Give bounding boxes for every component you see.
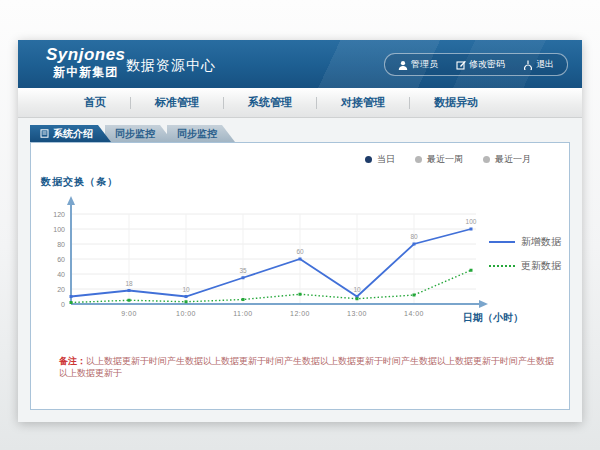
footnote-text: 以上数据更新于时间产生数据以上数据更新于时间产生数据以上数据更新于时间产生数据以… <box>59 356 554 378</box>
power-icon <box>523 60 533 70</box>
user-icon <box>398 60 408 70</box>
svg-text:100: 100 <box>53 226 65 233</box>
radio-icon <box>483 156 490 163</box>
legend-item-new-data[interactable]: 新增数据 <box>489 235 561 249</box>
svg-text:18: 18 <box>125 280 133 287</box>
admin-user-label: 管理员 <box>411 58 438 71</box>
filter-last-week[interactable]: 最近一周 <box>415 153 463 166</box>
footnote: 备注：以上数据更新于时间产生数据以上数据更新于时间产生数据以上数据更新于时间产生… <box>59 355 559 379</box>
tab-label: 同步监控 <box>115 125 155 142</box>
svg-text:12:00: 12:00 <box>290 310 310 317</box>
svg-text:35: 35 <box>239 267 247 274</box>
svg-text:60: 60 <box>57 256 65 263</box>
legend-label: 新增数据 <box>521 235 561 249</box>
x-axis-title: 日期（小时） <box>463 311 523 325</box>
nav-item-home[interactable]: 首页 <box>60 95 130 110</box>
company-logo: Synjones 新中新集团 <box>46 45 126 79</box>
svg-text:13:00: 13:00 <box>347 310 367 317</box>
nav-item-data-change[interactable]: 数据异动 <box>410 95 502 110</box>
footnote-label: 备注： <box>59 356 86 366</box>
app-window: Synjones 新中新集团 数据资源中心 管理员 修改密码 退出 首页 标准管… <box>18 40 582 422</box>
svg-text:14:00: 14:00 <box>404 310 424 317</box>
chart-canvas: 0204060801001209:0010:0011:0012:0013:001… <box>36 189 506 329</box>
change-password-button[interactable]: 修改密码 <box>447 56 514 73</box>
radio-icon <box>415 156 422 163</box>
filter-today-label: 当日 <box>377 153 395 166</box>
logo-text-en: Synjones <box>46 45 126 65</box>
tab-sync-monitor-1[interactable]: 同步监控 <box>105 125 173 142</box>
chart-panel: 当日 最近一周 最近一月 数据交换（条） 0204060801001209:00… <box>30 142 570 410</box>
legend-label: 更新数据 <box>521 259 561 273</box>
tab-label: 同步监控 <box>177 125 217 142</box>
dotted-line-icon <box>489 265 515 267</box>
time-range-filter: 当日 最近一周 最近一月 <box>365 153 531 166</box>
tab-label: 系统介绍 <box>53 125 93 142</box>
svg-text:20: 20 <box>57 286 65 293</box>
document-icon <box>40 129 49 138</box>
logout-label: 退出 <box>536 58 554 71</box>
logout-button[interactable]: 退出 <box>514 56 563 73</box>
svg-text:11:00: 11:00 <box>233 310 253 317</box>
svg-text:60: 60 <box>296 248 304 255</box>
header-actions: 管理员 修改密码 退出 <box>384 53 568 76</box>
svg-text:10: 10 <box>182 286 190 293</box>
legend-item-updated-data[interactable]: 更新数据 <box>489 259 561 273</box>
svg-text:10:00: 10:00 <box>176 310 196 317</box>
line-chart: 0204060801001209:0010:0011:0012:0013:001… <box>36 189 506 329</box>
content-area: 系统介绍 同步监控 同步监控 当日 最近一周 <box>18 118 582 422</box>
nav-item-interface-mgmt[interactable]: 对接管理 <box>317 95 409 110</box>
header: Synjones 新中新集团 数据资源中心 管理员 修改密码 退出 <box>18 40 582 88</box>
svg-text:10: 10 <box>353 286 361 293</box>
nav-item-standard-mgmt[interactable]: 标准管理 <box>131 95 223 110</box>
y-axis-title: 数据交换（条） <box>41 175 118 189</box>
series-legend: 新增数据 更新数据 <box>489 235 561 273</box>
page-title: 数据资源中心 <box>126 57 216 75</box>
solid-line-icon <box>489 241 515 243</box>
svg-text:100: 100 <box>466 218 477 225</box>
logo-text-cn: 新中新集团 <box>46 65 126 79</box>
svg-text:80: 80 <box>410 233 418 240</box>
svg-text:9:00: 9:00 <box>121 310 137 317</box>
filter-last-month-label: 最近一月 <box>495 153 531 166</box>
admin-user-button[interactable]: 管理员 <box>389 56 447 73</box>
filter-last-month[interactable]: 最近一月 <box>483 153 531 166</box>
tab-system-intro[interactable]: 系统介绍 <box>30 125 111 142</box>
svg-text:40: 40 <box>57 271 65 278</box>
edit-icon <box>456 60 466 70</box>
filter-last-week-label: 最近一周 <box>427 153 463 166</box>
tab-sync-monitor-2[interactable]: 同步监控 <box>167 125 235 142</box>
tab-bar: 系统介绍 同步监控 同步监控 <box>30 125 235 142</box>
filter-today[interactable]: 当日 <box>365 153 395 166</box>
svg-text:80: 80 <box>57 241 65 248</box>
nav-item-system-mgmt[interactable]: 系统管理 <box>224 95 316 110</box>
radio-selected-icon <box>365 156 372 163</box>
change-password-label: 修改密码 <box>469 58 505 71</box>
main-nav: 首页 标准管理 系统管理 对接管理 数据异动 <box>18 88 582 118</box>
svg-text:120: 120 <box>53 211 65 218</box>
svg-text:0: 0 <box>61 301 65 308</box>
